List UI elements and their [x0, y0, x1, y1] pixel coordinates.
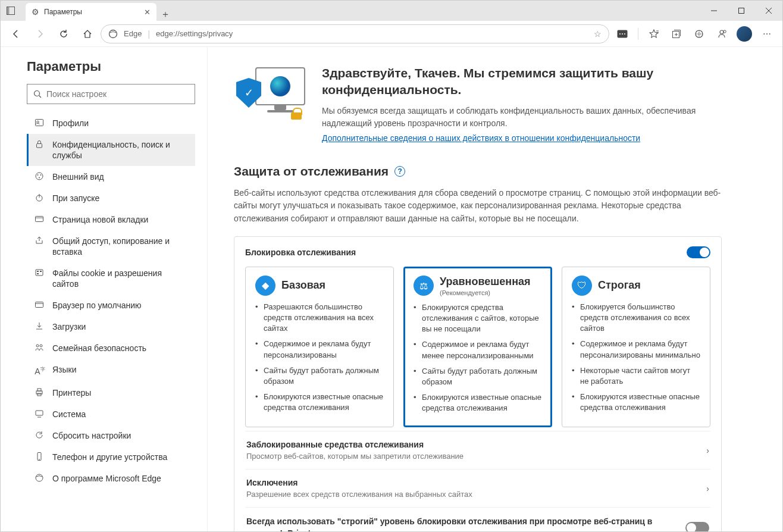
sidebar-item-privacy[interactable]: Конфиденциальность, поиск и службы	[27, 134, 195, 166]
address-site-label: Edge	[124, 29, 142, 38]
balanced-icon: ⚖	[414, 276, 434, 296]
sidebar-item-printers[interactable]: Принтеры	[27, 382, 195, 403]
svg-point-23	[37, 121, 39, 123]
svg-line-21	[39, 96, 42, 98]
address-bar[interactable]: Edge | edge://settings/privacy ☆	[101, 24, 609, 43]
tracking-levels: ◆ Базовая Разрешаются большинство средст…	[245, 267, 710, 428]
lock-icon	[35, 139, 45, 149]
privacy-learn-more-link[interactable]: Дополнительные сведения о наших действия…	[322, 133, 640, 143]
level-strict[interactable]: 🛡 Строгая Блокируется большинство средст…	[562, 267, 710, 428]
back-button[interactable]	[5, 23, 27, 45]
svg-point-19	[724, 30, 726, 32]
svg-rect-3	[739, 8, 744, 14]
tab-settings[interactable]: ⚙ Параметры ✕	[26, 3, 156, 21]
svg-rect-35	[40, 271, 42, 272]
sidebar-item-profiles[interactable]: Профили	[27, 112, 195, 134]
hero-title: Здравствуйте, Ткачев. Мы стремимся защит…	[322, 65, 722, 99]
sidebar-item-family[interactable]: Семейная безопасность	[27, 337, 195, 359]
newtab-icon	[35, 214, 45, 224]
sidebar-item-downloads[interactable]: Загрузки	[27, 316, 195, 337]
browser-icon	[35, 300, 45, 309]
gear-icon: ⚙	[32, 7, 39, 17]
share-icon	[35, 236, 45, 245]
phone-icon	[35, 452, 45, 461]
edge-about-icon	[35, 473, 45, 483]
svg-rect-44	[36, 411, 43, 415]
profile-avatar[interactable]	[734, 23, 755, 45]
hero-description: Мы обязуемся всегда защищать и соблюдать…	[322, 105, 722, 130]
favorite-star-icon[interactable]: ☆	[594, 29, 602, 39]
svg-point-25	[36, 173, 43, 180]
family-icon	[35, 343, 45, 352]
svg-rect-1	[7, 7, 10, 15]
tab-title: Параметры	[44, 8, 139, 16]
chevron-right-icon: ›	[706, 446, 709, 455]
sidebar-item-system[interactable]: Система	[27, 403, 195, 425]
svg-point-48	[36, 474, 43, 481]
settings-nav: Профили Конфиденциальность, поиск и служ…	[27, 112, 195, 489]
appearance-icon	[35, 171, 45, 181]
collections-icon[interactable]	[666, 23, 687, 45]
search-icon	[33, 90, 42, 98]
tracking-prevention-toggle[interactable]	[687, 246, 710, 258]
feedback-icon[interactable]	[711, 23, 732, 45]
favorites-icon[interactable]	[643, 23, 665, 45]
extensions-icon[interactable]	[688, 23, 710, 45]
padlock-icon	[291, 108, 302, 120]
settings-search[interactable]	[27, 84, 195, 104]
svg-point-28	[39, 177, 40, 179]
sidebar-item-appearance[interactable]: Внешний вид	[27, 166, 195, 187]
new-tab-button[interactable]: ＋	[156, 8, 174, 21]
forward-button[interactable]	[29, 23, 51, 45]
minimize-button[interactable]	[700, 1, 728, 21]
sidebar-item-cookies[interactable]: Файлы cookie и разрешения сайтов	[27, 262, 195, 295]
svg-rect-36	[37, 273, 39, 274]
svg-point-39	[36, 345, 39, 347]
settings-sidebar: Параметры Профили Конфиденциальность, по…	[1, 47, 208, 531]
sidebar-item-languages[interactable]: A字Языки	[27, 359, 195, 382]
help-icon[interactable]: ?	[394, 166, 405, 177]
hero-graphic: ✓	[234, 65, 305, 118]
sidebar-item-about[interactable]: О программе Microsoft Edge	[27, 468, 195, 489]
svg-point-20	[35, 91, 40, 96]
sidebar-item-phone[interactable]: Телефон и другие устройства	[27, 446, 195, 468]
close-icon[interactable]: ✕	[144, 8, 151, 17]
sidebar-item-default-browser[interactable]: Браузер по умолчанию	[27, 295, 195, 316]
system-icon	[35, 409, 45, 418]
strict-inprivate-toggle[interactable]	[685, 522, 709, 531]
power-icon	[35, 193, 45, 202]
svg-point-10	[624, 33, 625, 35]
sidebar-item-share[interactable]: Общий доступ, копирование и вставка	[27, 230, 195, 262]
translate-icon[interactable]	[612, 23, 633, 45]
tracking-heading: Защита от отслеживания ?	[234, 164, 722, 179]
printer-icon	[35, 387, 45, 397]
svg-point-18	[720, 30, 724, 34]
exceptions-link[interactable]: Исключения Разрешение всех средств отсле…	[245, 469, 710, 507]
svg-point-40	[40, 345, 42, 347]
svg-rect-31	[36, 217, 43, 222]
language-icon: A字	[35, 364, 45, 377]
strict-inprivate-row: Всегда использовать "строгий" уровень бл…	[245, 507, 710, 531]
sidebar-item-new-tab[interactable]: Страница новой вкладки	[27, 209, 195, 230]
refresh-button[interactable]	[53, 23, 74, 45]
cookies-icon	[35, 268, 45, 277]
basic-icon: ◆	[255, 276, 275, 296]
maximize-button[interactable]	[728, 1, 755, 21]
close-window-button[interactable]	[755, 1, 782, 21]
level-basic[interactable]: ◆ Базовая Разрешаются большинство средст…	[245, 267, 394, 428]
privacy-hero: ✓ Здравствуйте, Ткачев. Мы стремимся защ…	[234, 65, 722, 143]
settings-main: ✓ Здравствуйте, Ткачев. Мы стремимся защ…	[208, 47, 782, 531]
window-controls	[700, 1, 782, 21]
level-balanced[interactable]: ⚖ Уравновешенная (Рекомендуется) Блокиру…	[403, 267, 552, 428]
tab-actions-icon[interactable]	[1, 1, 21, 21]
address-url: edge://settings/privacy	[156, 29, 233, 38]
svg-point-17	[698, 33, 700, 35]
sidebar-item-reset[interactable]: Сбросить настройки	[27, 425, 195, 446]
more-menu-icon[interactable]: ⋯	[756, 23, 778, 45]
edge-icon	[108, 29, 118, 39]
home-button[interactable]	[77, 23, 98, 45]
sidebar-item-startup[interactable]: При запуске	[27, 187, 195, 209]
svg-rect-42	[37, 389, 41, 391]
blocked-trackers-link[interactable]: Заблокированные средства отслеживания Пр…	[245, 431, 710, 469]
search-input[interactable]	[46, 89, 189, 99]
